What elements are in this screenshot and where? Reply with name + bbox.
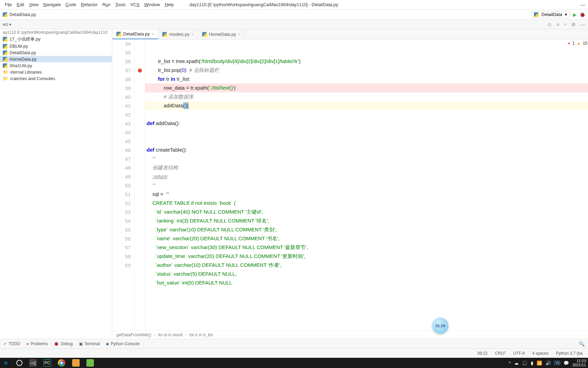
open-file-name: DetailData.py <box>10 12 36 17</box>
code-line[interactable]: tr_list.pop(0) # 去除标题栏 <box>145 66 588 75</box>
close-tab-icon[interactable]: × <box>238 32 240 36</box>
volume-icon[interactable]: 🔊 <box>545 361 551 366</box>
tree-item[interactable]: 17_小说榜单.py <box>0 35 112 43</box>
wifi-icon[interactable]: 📶 <box>537 361 542 366</box>
task-view-icon[interactable]: ▭▯ <box>29 359 37 367</box>
breakpoint-icon[interactable] <box>138 68 142 73</box>
code-line[interactable]: def addData(): <box>145 119 588 128</box>
hide-icon[interactable]: — <box>581 22 585 27</box>
code-line[interactable]: CREATE TABLE if not exists `book` ( <box>145 199 588 208</box>
code-line[interactable]: `update_time` varchar(20) DEFAULT NULL C… <box>145 252 588 261</box>
menu-navigate[interactable]: Navigate <box>41 1 63 8</box>
menu-view[interactable]: View <box>27 1 40 8</box>
app2-taskbar-icon[interactable] <box>86 359 94 367</box>
code-line[interactable]: `new_sesction` varchar(30) DEFAULT NULL … <box>145 243 588 252</box>
tray-chevron-icon[interactable]: ^ <box>509 361 511 366</box>
todo-tool[interactable]: ✔TODO <box>3 341 20 346</box>
code-line[interactable]: row_data = tr.xpath('.//td//text()') <box>145 83 588 92</box>
menu-run[interactable]: Run <box>100 1 113 8</box>
menu-tools[interactable]: Tools <box>113 1 128 8</box>
event-log-icon[interactable]: 🔍 <box>579 341 585 347</box>
tree-item[interactable]: DBUtil.py <box>0 43 112 49</box>
breadcrumb-item[interactable]: getDataFromWeb() <box>116 333 151 337</box>
code-line[interactable]: `type` varchar(10) DEFAULT NULL COMMENT … <box>145 225 588 234</box>
code-line[interactable]: def createTable(): <box>145 145 588 154</box>
breadcrumb-bar[interactable]: getDataFromWeb()›for el in result›for tr… <box>112 331 588 339</box>
tree-item[interactable]: Sha1Util.py <box>0 62 112 69</box>
run-button[interactable]: ▶ <box>573 12 577 17</box>
close-tab-icon[interactable]: × <box>152 32 154 36</box>
menu-edit[interactable]: Edit <box>15 1 26 8</box>
clock[interactable]: 11:23 2021/11 <box>572 359 586 367</box>
tree-root[interactable]: ay1110 E:\pythonWorkspase\guangCaiMao190… <box>0 29 112 35</box>
locate-icon[interactable]: ⊙ <box>548 22 552 27</box>
debug-tool[interactable]: 🐞Debug <box>54 341 72 346</box>
project-tree[interactable]: ay1110 E:\pythonWorkspase\guangCaiMao190… <box>0 29 112 339</box>
app-taskbar-icon[interactable] <box>72 359 80 367</box>
code-line[interactable] <box>145 128 588 137</box>
code-line[interactable]: sql = ''' <box>145 190 588 199</box>
menu-file[interactable]: File <box>3 1 14 8</box>
code-line[interactable] <box>145 110 588 119</box>
collapse-icon[interactable]: ÷ <box>564 22 567 27</box>
file-encoding[interactable]: UTF-8 <box>513 351 525 356</box>
code-line[interactable]: 创建表结构 <box>145 163 588 172</box>
breakpoint-gutter[interactable] <box>134 40 145 331</box>
breadcrumb-item[interactable]: for tr in tr_list <box>190 333 213 337</box>
project-dropdown[interactable]: ect ▾ <box>3 22 11 27</box>
editor-tab[interactable]: models.py× <box>158 29 198 39</box>
code-area[interactable]: ●1 ▲15 tr_list = tree.xpath('/html/body/… <box>145 40 588 331</box>
code-line[interactable] <box>145 137 588 145</box>
code-line[interactable]: addData() <box>145 101 588 110</box>
tree-item[interactable]: DetailData.py <box>0 49 112 56</box>
onedrive-icon[interactable]: ☁ <box>514 361 519 366</box>
menu-window[interactable]: Window <box>142 1 162 8</box>
python-console-tool[interactable]: ◆Python Console <box>106 341 140 346</box>
code-line[interactable]: # 添加数据库 <box>145 92 588 101</box>
debug-button[interactable]: 🐞 <box>579 12 585 17</box>
code-line[interactable]: `author` varchar(10) DEFAULT NULL COMMEN… <box>145 261 588 270</box>
headphone-icon[interactable]: 🎧 <box>522 361 527 366</box>
code-line[interactable]: `name` varchar(20) DEFAULT NULL COMMENT … <box>145 234 588 243</box>
problems-tool[interactable]: ●Problems <box>26 341 48 346</box>
code-line[interactable]: `ranking` int(3) DEFAULT NULL COMMENT '排… <box>145 216 588 225</box>
menu-code[interactable]: Code <box>64 1 78 8</box>
terminal-tool[interactable]: ▣Terminal <box>79 341 100 346</box>
code-line[interactable]: tr_list = tree.xpath('/html/body/div[4]/… <box>145 57 588 66</box>
code-editor[interactable]: 3435363738394041424344454647484950515253… <box>112 40 588 331</box>
caret-position[interactable]: 39:22 <box>477 351 488 356</box>
expand-icon[interactable]: ≡ <box>556 22 559 27</box>
python-interpreter[interactable]: Python 3.7 (ba <box>556 351 583 356</box>
tree-item[interactable]: 📁xternal Libraries <box>0 69 112 75</box>
code-line[interactable]: `id` varchar(40) NOT NULL COMMENT '主键id'… <box>145 208 588 216</box>
menu-bar: File Edit View Navigate Code Refactor Ru… <box>3 1 176 8</box>
code-line[interactable]: for tr in tr_list: <box>145 75 588 83</box>
code-line[interactable]: `hot_value` int(5) DEFAULT NULL <box>145 278 588 287</box>
menu-refactor[interactable]: Refactor <box>79 1 100 8</box>
battery-icon[interactable]: ▮ <box>531 361 533 366</box>
breadcrumb-item[interactable]: for el in result <box>158 333 182 337</box>
pycharm-taskbar-icon[interactable]: PC <box>44 359 51 367</box>
settings-icon[interactable]: ⚙ <box>571 22 576 27</box>
chrome-taskbar-icon[interactable] <box>58 359 65 367</box>
tree-item[interactable]: HomeData.py <box>0 56 112 62</box>
line-ending[interactable]: CRLF <box>495 351 506 356</box>
code-line[interactable]: `status` varchar(5) DEFAULT NULL, <box>145 270 588 278</box>
menu-vcs[interactable]: VCS <box>128 1 142 8</box>
start-button[interactable]: ⊞ <box>2 359 10 367</box>
editor-tab[interactable]: DetailData.py× <box>112 29 158 39</box>
tree-item[interactable]: 📁cratches and Consoles <box>0 75 112 82</box>
code-line[interactable]: ''' <box>145 181 588 190</box>
menu-help[interactable]: Help <box>163 1 176 8</box>
run-config-selector[interactable]: DetailData ▾ <box>531 11 570 18</box>
close-tab-icon[interactable]: × <box>192 32 194 36</box>
ime-icon[interactable]: V5 <box>554 361 560 365</box>
indent-config[interactable]: 4 spaces <box>532 351 549 356</box>
code-line[interactable]: ''' <box>145 154 588 163</box>
minimize-icon[interactable]: — <box>581 2 585 7</box>
editor-tab[interactable]: HomeData.py× <box>198 29 245 39</box>
code-line[interactable]: :return: <box>145 172 588 181</box>
inspection-indicator[interactable]: ●1 ▲15 <box>568 41 587 46</box>
cortana-icon[interactable] <box>16 360 22 366</box>
notifications-icon[interactable]: 💬 <box>564 361 569 366</box>
